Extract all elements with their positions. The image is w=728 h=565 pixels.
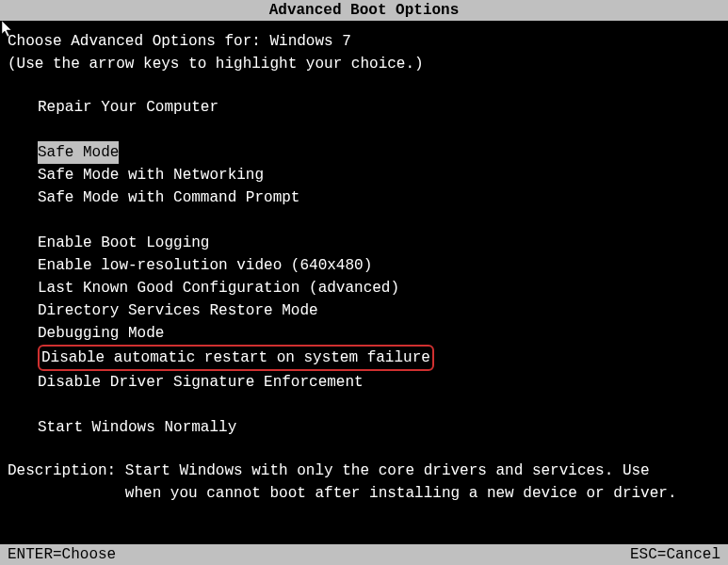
boot-menu: Repair Your Computer Safe Mode Safe Mode… xyxy=(8,96,720,439)
title-text: Advanced Boot Options xyxy=(269,2,460,19)
description-text-2: when you cannot boot after installing a … xyxy=(8,485,677,502)
description-label: Description: xyxy=(8,462,125,479)
menu-directory-services-restore[interactable]: Directory Services Restore Mode xyxy=(8,299,720,322)
footer-enter-hint: ENTER=Choose xyxy=(8,545,116,564)
menu-disable-auto-restart[interactable]: Disable automatic restart on system fail… xyxy=(38,345,434,371)
description-block: Description: Start Windows with only the… xyxy=(8,460,720,505)
footer-bar: ENTER=Choose ESC=Cancel xyxy=(0,544,728,565)
description-text-1: Start Windows with only the core drivers… xyxy=(125,462,650,479)
menu-last-known-good[interactable]: Last Known Good Configuration (advanced) xyxy=(8,277,720,299)
menu-safe-mode-networking[interactable]: Safe Mode with Networking xyxy=(8,164,720,186)
menu-disable-driver-signature[interactable]: Disable Driver Signature Enforcement xyxy=(8,371,720,394)
menu-start-windows-normally[interactable]: Start Windows Normally xyxy=(8,416,720,439)
menu-enable-boot-logging[interactable]: Enable Boot Logging xyxy=(8,232,720,254)
main-content: Choose Advanced Options for: Windows 7 (… xyxy=(0,21,728,505)
instruction-line-2: (Use the arrow keys to highlight your ch… xyxy=(8,53,720,75)
menu-safe-mode[interactable]: Safe Mode xyxy=(38,141,119,164)
instruction-line-1: Choose Advanced Options for: Windows 7 xyxy=(8,30,720,53)
menu-debugging-mode[interactable]: Debugging Mode xyxy=(8,322,720,345)
menu-safe-mode-command-prompt[interactable]: Safe Mode with Command Prompt xyxy=(8,186,720,209)
menu-repair-computer[interactable]: Repair Your Computer xyxy=(8,96,720,119)
footer-esc-hint: ESC=Cancel xyxy=(630,545,720,564)
title-bar: Advanced Boot Options xyxy=(0,0,728,21)
menu-low-resolution-video[interactable]: Enable low-resolution video (640x480) xyxy=(8,254,720,277)
